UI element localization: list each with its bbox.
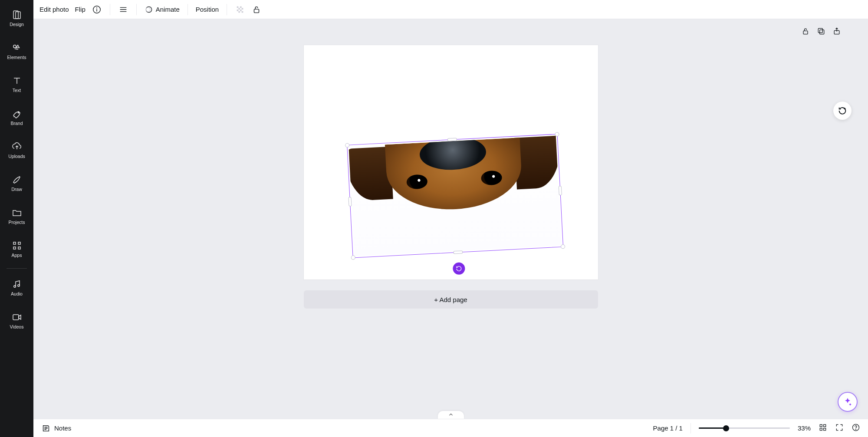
sidebar-item-design[interactable]: Design bbox=[0, 2, 33, 35]
status-bar: Notes Page 1 / 1 33% bbox=[33, 419, 868, 437]
edit-photo-button[interactable]: Edit photo bbox=[39, 6, 69, 13]
resize-handle-right[interactable] bbox=[558, 186, 562, 195]
sidebar-item-uploads[interactable]: Uploads bbox=[0, 134, 33, 167]
sidebar-item-text[interactable]: Text bbox=[0, 68, 33, 101]
add-page-button[interactable]: + Add page bbox=[304, 290, 598, 309]
lock-icon[interactable] bbox=[251, 4, 262, 15]
expand-pages-tab[interactable] bbox=[438, 411, 464, 419]
resize-handle-br[interactable] bbox=[560, 244, 565, 249]
sidebar: Design Elements Text Brand Uploads Draw … bbox=[0, 0, 33, 437]
sidebar-label: Projects bbox=[9, 220, 25, 225]
canvas-area[interactable]: + Add page bbox=[33, 19, 868, 419]
sidebar-label: Apps bbox=[12, 253, 22, 258]
sidebar-label: Text bbox=[13, 88, 21, 93]
svg-rect-23 bbox=[254, 9, 259, 13]
sidebar-label: Audio bbox=[11, 291, 23, 296]
add-page-label: + Add page bbox=[434, 296, 467, 303]
svg-rect-5 bbox=[18, 242, 20, 244]
notes-button[interactable]: Notes bbox=[41, 424, 71, 433]
svg-rect-26 bbox=[820, 30, 824, 34]
position-button[interactable]: Position bbox=[196, 6, 219, 13]
transparency-icon[interactable] bbox=[235, 4, 245, 15]
svg-rect-25 bbox=[818, 28, 822, 33]
sidebar-item-apps[interactable]: Apps bbox=[0, 233, 33, 266]
page-tools bbox=[801, 27, 841, 37]
svg-rect-29 bbox=[824, 424, 826, 427]
main: Edit photo Flip Animate Position bbox=[33, 0, 868, 437]
svg-point-3 bbox=[18, 112, 19, 113]
svg-rect-24 bbox=[803, 31, 808, 34]
sidebar-label: Draw bbox=[11, 187, 22, 192]
sidebar-item-projects[interactable]: Projects bbox=[0, 200, 33, 233]
sidebar-item-brand[interactable]: Brand bbox=[0, 101, 33, 134]
list-icon[interactable] bbox=[118, 4, 128, 15]
svg-point-9 bbox=[17, 285, 19, 286]
zoom-slider-thumb[interactable] bbox=[723, 425, 729, 431]
ai-assist-button[interactable] bbox=[838, 392, 858, 412]
svg-point-14 bbox=[146, 7, 150, 12]
svg-point-8 bbox=[13, 286, 15, 287]
sidebar-item-elements[interactable]: Elements bbox=[0, 35, 33, 68]
zoom-slider[interactable] bbox=[699, 427, 790, 429]
resize-handle-tr[interactable] bbox=[555, 132, 559, 137]
page-lock-icon[interactable] bbox=[801, 27, 810, 37]
sidebar-label: Brand bbox=[10, 121, 23, 126]
zoom-percent[interactable]: 33% bbox=[798, 424, 811, 432]
separator bbox=[136, 4, 137, 15]
separator bbox=[690, 423, 691, 434]
sidebar-label: Videos bbox=[10, 324, 24, 329]
rotate-handle[interactable] bbox=[452, 262, 465, 275]
svg-rect-17 bbox=[238, 8, 240, 10]
notes-label: Notes bbox=[54, 424, 71, 432]
sidebar-divider bbox=[7, 268, 26, 269]
page-indicator[interactable]: Page 1 / 1 bbox=[653, 424, 683, 432]
separator bbox=[227, 4, 227, 15]
svg-rect-16 bbox=[240, 6, 242, 8]
fullscreen-icon[interactable] bbox=[835, 423, 844, 433]
regenerate-button[interactable] bbox=[833, 102, 852, 120]
sidebar-item-videos[interactable]: Videos bbox=[0, 304, 33, 337]
resize-handle-top[interactable] bbox=[447, 138, 457, 141]
sidebar-item-draw[interactable]: Draw bbox=[0, 167, 33, 200]
svg-rect-28 bbox=[820, 424, 822, 427]
svg-rect-10 bbox=[13, 315, 19, 320]
svg-rect-30 bbox=[820, 428, 822, 430]
svg-rect-20 bbox=[240, 10, 242, 11]
duplicate-page-icon[interactable] bbox=[817, 27, 825, 37]
svg-rect-19 bbox=[237, 10, 239, 11]
context-toolbar: Edit photo Flip Animate Position bbox=[33, 0, 868, 19]
svg-rect-15 bbox=[237, 6, 239, 8]
help-icon[interactable] bbox=[852, 423, 860, 433]
resize-handle-left[interactable] bbox=[348, 197, 352, 206]
flip-button[interactable]: Flip bbox=[75, 6, 85, 13]
svg-rect-6 bbox=[13, 247, 16, 249]
separator bbox=[187, 4, 188, 15]
grid-view-icon[interactable] bbox=[819, 423, 827, 433]
animate-button[interactable]: Animate bbox=[145, 5, 180, 14]
selection-outline bbox=[347, 134, 563, 258]
sidebar-label: Elements bbox=[7, 55, 26, 60]
resize-handle-bl[interactable] bbox=[351, 255, 355, 260]
separator bbox=[110, 4, 110, 15]
share-page-icon[interactable] bbox=[832, 27, 841, 37]
svg-rect-31 bbox=[824, 428, 826, 430]
info-icon[interactable] bbox=[92, 4, 102, 15]
svg-point-33 bbox=[856, 429, 856, 430]
resize-handle-bottom[interactable] bbox=[453, 250, 463, 254]
sidebar-label: Design bbox=[10, 22, 24, 27]
svg-rect-4 bbox=[13, 242, 16, 244]
svg-point-2 bbox=[13, 45, 16, 48]
design-page[interactable] bbox=[304, 45, 598, 279]
sidebar-label: Uploads bbox=[8, 154, 25, 159]
selected-element[interactable] bbox=[345, 129, 566, 269]
svg-rect-21 bbox=[238, 11, 240, 13]
svg-rect-22 bbox=[242, 11, 243, 13]
svg-rect-7 bbox=[18, 247, 20, 249]
svg-point-12 bbox=[96, 7, 97, 8]
svg-rect-18 bbox=[242, 8, 243, 10]
resize-handle-tl[interactable] bbox=[345, 143, 349, 148]
sidebar-item-audio[interactable]: Audio bbox=[0, 271, 33, 304]
animate-label: Animate bbox=[156, 6, 180, 13]
